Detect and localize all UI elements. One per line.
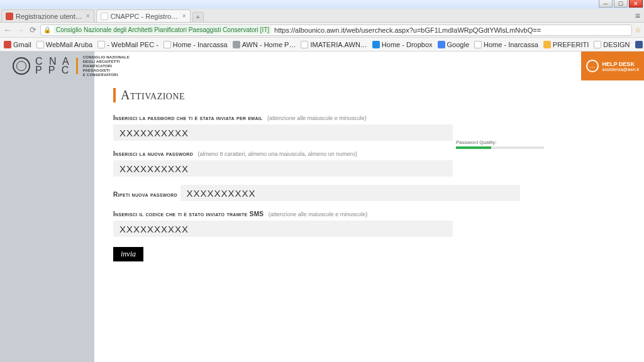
logo-text: C N A P P C xyxy=(35,57,71,75)
bookmark-label: Gmail xyxy=(13,41,31,48)
bookmark-item[interactable]: - WebMail PEC - xyxy=(97,41,158,48)
browser-tab[interactable]: Registrazione utent… × xyxy=(1,9,94,22)
field-label: Ripeti nuova password xyxy=(113,191,177,198)
bookmark-label: DESIGN xyxy=(603,41,630,48)
password-quality-meter: Password Quality: xyxy=(456,140,544,149)
bookmark-label: AWN - Home P… xyxy=(242,41,296,48)
logo-divider xyxy=(76,58,78,74)
page-viewport: C N A P P C CONSIGLIO NAZIONALEDEGLI ARC… xyxy=(0,52,644,362)
page-left-gutter xyxy=(0,52,94,362)
bookmark-label: Home - Inarcassa xyxy=(484,41,538,48)
field-email-password: Inserisci la password che ti è stata inv… xyxy=(113,111,625,141)
lock-icon: 🔒 xyxy=(43,26,51,33)
window-minimize-button[interactable]: ─ xyxy=(599,0,613,8)
bookmark-label: - WebMail PEC - xyxy=(107,41,158,48)
forward-button[interactable]: → xyxy=(15,25,25,35)
field-repeat-password: Ripeti nuova password xyxy=(113,183,625,201)
tab-close-icon[interactable]: × xyxy=(182,13,186,19)
bookmarks-bar: GmailWebMail Aruba- WebMail PEC -Home - … xyxy=(0,38,644,52)
help-desk-button[interactable]: HELP DESK assistenza@awn.it xyxy=(581,52,644,80)
bookmark-favicon-icon xyxy=(4,41,11,48)
field-sms-code: Inserisci il codice che ti è stato invia… xyxy=(113,207,625,237)
activation-form: Attivazione Inserisci la password che ti… xyxy=(94,80,644,261)
browser-tab-strip: Registrazione utent… × CNAPPC - Registro… xyxy=(0,9,644,23)
bookmark-favicon-icon xyxy=(97,41,105,48)
back-button[interactable]: ← xyxy=(3,25,13,35)
bookmark-favicon-icon xyxy=(543,41,551,48)
chrome-menu-icon[interactable]: ≡ xyxy=(635,11,640,21)
page-icon xyxy=(101,13,108,20)
bookmark-item[interactable]: Facebook xyxy=(635,41,645,48)
bookmark-favicon-icon xyxy=(474,41,482,48)
bookmark-item[interactable]: Gmail xyxy=(4,41,31,48)
sms-code-input[interactable] xyxy=(113,221,453,237)
bookmark-label: PREFERITI xyxy=(553,41,589,48)
bookmark-label: WebMail Aruba xyxy=(46,41,92,48)
browser-toolbar: ← → ⟳ 🔒 Consiglio Nazionale degli Archit… xyxy=(0,23,644,38)
bookmark-item[interactable]: AWN - Home P… xyxy=(233,41,296,48)
bookmark-item[interactable]: DESIGN xyxy=(594,41,630,48)
email-password-input[interactable] xyxy=(113,124,453,141)
help-desk-title: HELP DESK xyxy=(602,61,639,67)
bookmark-favicon-icon xyxy=(164,41,171,48)
bookmark-favicon-icon xyxy=(372,41,380,48)
bookmark-favicon-icon xyxy=(301,41,308,48)
field-hint: (almeno 8 caratteri, almeno una maiuscol… xyxy=(198,151,357,157)
bookmark-label: Google xyxy=(447,41,469,48)
page-content: C N A P P C CONSIGLIO NAZIONALEDEGLI ARC… xyxy=(94,52,644,362)
field-label: Inserisci il codice che ti è stato invia… xyxy=(113,211,264,217)
new-password-input[interactable] xyxy=(113,160,453,177)
bookmark-favicon-icon xyxy=(635,41,643,48)
window-close-button[interactable]: ✕ xyxy=(629,0,643,8)
page-title: Attivazione xyxy=(113,88,625,102)
field-label: Inserisci la nuova password xyxy=(113,150,193,157)
repeat-password-input[interactable] xyxy=(180,185,520,201)
logo-subtitle: CONSIGLIO NAZIONALEDEGLI ARCHITETTIPIANI… xyxy=(83,55,130,77)
browser-tab-active[interactable]: CNAPPC - Registro U… × xyxy=(96,9,191,22)
tab-title: CNAPPC - Registro U… xyxy=(111,13,179,20)
submit-button[interactable]: invia xyxy=(113,247,143,261)
bookmark-label: Home - Dropbox xyxy=(382,41,433,48)
seal-icon xyxy=(13,57,30,75)
gmail-icon xyxy=(6,13,13,20)
address-bar[interactable]: 🔒 Consiglio Nazionale degli Architetti P… xyxy=(40,25,632,36)
field-hint: (attenzione alle maiuscole e minuscole) xyxy=(267,115,367,121)
bookmark-item[interactable]: Home - Dropbox xyxy=(372,41,433,48)
bookmark-item[interactable]: Home - Inarcassa xyxy=(164,41,228,48)
reload-button[interactable]: ⟳ xyxy=(28,25,38,35)
url-text: https://albounico.awn.it/web/usercheck.a… xyxy=(274,26,541,34)
bookmark-label: Home - Inarcassa xyxy=(173,41,228,48)
field-hint: (attenzione alle maiuscole e minuscole) xyxy=(269,211,368,217)
password-quality-label: Password Quality: xyxy=(456,140,544,145)
help-desk-email: assistenza@awn.it xyxy=(602,67,639,72)
bookmark-favicon-icon xyxy=(36,41,44,48)
site-identity: Consiglio Nazionale degli Architetti Pia… xyxy=(53,26,272,34)
bookmark-item[interactable]: Google xyxy=(438,41,469,48)
bookmark-item[interactable]: WebMail Aruba xyxy=(36,41,92,48)
tab-title: Registrazione utent… xyxy=(16,13,82,20)
field-label: Inserisci la password che ti è stata inv… xyxy=(113,114,263,121)
site-header: C N A P P C CONSIGLIO NAZIONALEDEGLI ARC… xyxy=(94,52,644,80)
bookmark-label: IMATERIA.AWN… xyxy=(310,41,367,48)
bookmark-favicon-icon xyxy=(438,41,445,48)
bookmark-item[interactable]: IMATERIA.AWN… xyxy=(301,41,367,48)
bookmark-star-icon[interactable]: ☆ xyxy=(635,26,641,35)
chat-bubble-icon xyxy=(586,60,599,72)
new-tab-button[interactable]: + xyxy=(192,12,204,22)
bookmark-item[interactable]: PREFERITI xyxy=(543,41,589,48)
window-titlebar: ─ ☐ ✕ xyxy=(0,0,644,9)
bookmark-item[interactable]: Home - Inarcassa xyxy=(474,41,538,48)
field-new-password: Inserisci la nuova password (almeno 8 ca… xyxy=(113,147,625,177)
window-maximize-button[interactable]: ☐ xyxy=(614,0,628,8)
bookmark-favicon-icon xyxy=(594,41,601,48)
site-logo[interactable]: C N A P P C CONSIGLIO NAZIONALEDEGLI ARC… xyxy=(6,55,130,77)
bookmark-favicon-icon xyxy=(233,41,240,48)
password-quality-fill xyxy=(456,146,491,149)
password-quality-bar xyxy=(456,146,544,149)
tab-close-icon[interactable]: × xyxy=(86,13,90,19)
